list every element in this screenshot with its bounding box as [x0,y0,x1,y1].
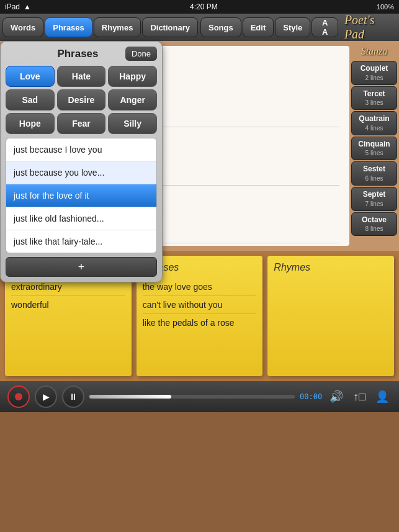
stanza-sidebar: Stanza Couplet 2 lines Tercet 3 lines Qu… [349,41,399,251]
progress-fill [89,395,171,399]
time-label: 4:20 PM [190,2,218,11]
play-button[interactable]: ▶ [35,385,57,408]
rhymes-card: Rhymes [267,256,394,376]
phrases-list: just because I love you just because you… [6,138,157,253]
stanza-couplet[interactable]: Couplet 2 lines [351,61,397,85]
tab-bar: Words Phrases Rhymes Dictionary Songs Ed… [0,14,399,41]
record-button[interactable] [7,385,30,408]
phrase-item-1[interactable]: just because I love you [6,138,156,161]
stanza-septet[interactable]: Septet 7 lines [351,187,397,211]
pause-icon: ⏸ [69,392,78,402]
emotion-happy[interactable]: Happy [108,66,157,87]
player-time: 00:00 [300,392,322,401]
tab-songs[interactable]: Songs [200,17,241,37]
stanza-quatrain[interactable]: Quatrain 4 lines [351,111,397,135]
phrases-item-2: can't live without you [143,296,257,314]
volume-icon: 🔊 [330,390,343,403]
emotion-grid: Love Hate Happy Sad Desire Anger Hope Fe… [6,66,157,134]
phrase-item-5[interactable]: just like that fairy-tale... [6,230,156,253]
phrases-popup: Phrases Done Love Hate Happy Sad Desire … [0,41,163,282]
app-title: Poet's Pad [344,13,397,42]
tab-fontsize[interactable]: A A [312,17,338,37]
status-bar: iPad ▲ 4:20 PM 100% [0,0,399,14]
stanza-cinquain[interactable]: Cinquain 5 lines [351,137,397,161]
tab-dictionary[interactable]: Dictionary [142,17,198,37]
share-icon: ↑□ [353,390,365,403]
battery-label: 100% [377,3,394,11]
phrase-item-2[interactable]: just because you love... [6,161,156,184]
tab-edit[interactable]: Edit [243,17,274,37]
record-icon [15,393,22,400]
tab-words[interactable]: Words [2,17,43,37]
carrier-label: iPad [5,2,20,11]
progress-bar[interactable] [89,395,295,399]
user-icon: 👤 [375,390,389,403]
user-button[interactable]: 👤 [373,387,392,406]
add-phrase-button[interactable]: + [6,257,157,277]
tab-style[interactable]: Style [275,17,310,37]
emotion-desire[interactable]: Desire [57,89,106,110]
player-bar: ▶ ⏸ 00:00 🔊 ↑□ 👤 [0,381,399,412]
wifi-icon: ▲ [24,2,31,11]
tab-phrases[interactable]: Phrases [45,17,92,37]
phrases-item-3: like the pedals of a rose [143,314,257,331]
main-content: s gone s along e's done house a home an … [0,41,399,251]
rhymes-card-title: Rhymes [274,262,388,273]
stanza-title: Stanza [361,43,388,60]
emotion-anger[interactable]: Anger [108,89,157,110]
phrase-item-3[interactable]: just for the love of it [6,184,156,207]
stanza-tercet[interactable]: Tercet 3 lines [351,86,397,110]
words-item-2: wonderful [11,296,125,313]
phrase-item-4[interactable]: just like old fashioned... [6,207,156,230]
stanza-octave[interactable]: Octave 8 lines [351,212,397,237]
play-icon: ▶ [43,392,50,402]
emotion-sad[interactable]: Sad [6,89,55,110]
volume-button[interactable]: 🔊 [327,387,346,406]
share-button[interactable]: ↑□ [351,388,368,406]
stanza-sestet[interactable]: Sestet 6 lines [351,161,397,186]
emotion-silly[interactable]: Silly [108,113,157,134]
popup-header: Phrases Done [6,47,157,61]
emotion-hate[interactable]: Hate [57,66,106,87]
pause-button[interactable]: ⏸ [62,385,84,408]
emotion-love[interactable]: Love [6,66,55,87]
emotion-fear[interactable]: Fear [57,113,106,134]
done-button[interactable]: Done [125,47,157,61]
emotion-hope[interactable]: Hope [6,113,55,134]
popup-title: Phrases [30,48,125,60]
tab-rhymes[interactable]: Rhymes [94,17,141,37]
